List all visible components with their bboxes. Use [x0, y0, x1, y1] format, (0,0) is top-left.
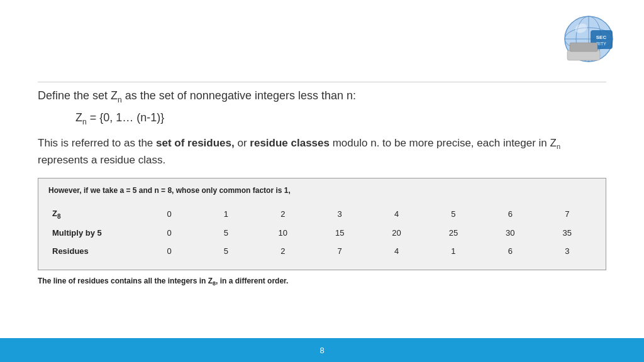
cell-mul-1: 5 — [197, 224, 254, 243]
cell-res-6: 6 — [482, 243, 538, 261]
row-residues-label: Residues — [48, 243, 141, 261]
footer-text: The line of residues contains all the in… — [38, 277, 213, 285]
cell-res-0: 0 — [141, 243, 197, 261]
svg-text:RITY: RITY — [596, 41, 606, 46]
line1-rest: as the set of nonnegative integers less … — [122, 89, 356, 102]
svg-rect-10 — [570, 43, 597, 52]
cell-res-2: 2 — [255, 243, 311, 261]
cell-z8-3: 3 — [311, 205, 368, 224]
residue-table: Z8 0 1 2 3 4 5 6 7 Multiply by 5 0 — [48, 205, 596, 260]
cell-res-7: 3 — [539, 243, 596, 261]
row-multiply-label: Multiply by 5 — [48, 224, 141, 243]
cell-res-4: 4 — [368, 243, 425, 261]
logo-icon: SEC RITY — [556, 6, 619, 66]
line3-bold2: residue classes — [250, 137, 330, 149]
cell-z8-2: 2 — [255, 205, 311, 224]
table-row-residues: Residues 0 5 2 7 4 1 6 3 — [48, 243, 596, 261]
cell-mul-3: 15 — [311, 224, 368, 243]
cell-mul-2: 10 — [255, 224, 311, 243]
line2-rest: = {0, 1… (n-1)} — [87, 111, 165, 124]
bottom-bar: 8 — [0, 338, 644, 362]
line3-start: This is referred to as the — [38, 137, 156, 149]
cell-z8-0: 0 — [141, 205, 197, 224]
example-box: However, if we take a = 5 and n = 8, who… — [38, 178, 606, 270]
table-row-multiply: Multiply by 5 0 5 10 15 20 25 30 35 — [48, 224, 596, 243]
cell-res-1: 5 — [197, 243, 254, 261]
row-z8-label: Z8 — [48, 205, 141, 224]
line1-text: Define the set Z — [38, 89, 118, 102]
table-row-z8: Z8 0 1 2 3 4 5 6 7 — [48, 205, 596, 224]
cell-res-3: 7 — [311, 243, 368, 261]
line3-end: represents a residue class. — [38, 154, 165, 166]
cell-res-5: 1 — [425, 243, 482, 261]
cell-z8-7: 7 — [539, 205, 596, 224]
line2-z: Z — [75, 111, 82, 124]
definition-line3: This is referred to as the set of residu… — [38, 135, 606, 168]
cell-z8-6: 6 — [482, 205, 538, 224]
footer-end: , in a different order. — [216, 277, 288, 285]
cell-z8-1: 1 — [197, 205, 254, 224]
slide: SEC RITY Define the set Zn as the set of… — [0, 0, 644, 362]
line3-bold1: set of residues, — [156, 137, 235, 149]
line3-end-start: modulo n. to be more precise, each integ… — [330, 137, 557, 149]
svg-text:SEC: SEC — [596, 35, 607, 40]
line1-sub: n — [118, 96, 122, 104]
line3-mid: or — [235, 137, 250, 149]
cell-mul-7: 35 — [539, 224, 596, 243]
cell-z8-5: 5 — [425, 205, 482, 224]
line2-sub: n — [82, 118, 87, 126]
cell-mul-0: 0 — [141, 224, 197, 243]
footer-note: The line of residues contains all the in… — [38, 277, 606, 287]
cell-z8-4: 4 — [368, 205, 425, 224]
box-header: However, if we take a = 5 and n = 8, who… — [48, 186, 596, 195]
line3-sub: n — [557, 143, 560, 150]
cell-mul-4: 20 — [368, 224, 425, 243]
definition-line2: Zn = {0, 1… (n-1)} — [75, 111, 606, 126]
cell-mul-6: 30 — [482, 224, 538, 243]
main-content: Define the set Zn as the set of nonnegat… — [38, 88, 606, 287]
page-number: 8 — [319, 346, 324, 355]
definition-line1: Define the set Zn as the set of nonnegat… — [38, 88, 606, 105]
top-divider — [38, 82, 606, 82]
cell-mul-5: 25 — [425, 224, 482, 243]
svg-rect-9 — [567, 50, 600, 60]
logo-area: SEC RITY — [556, 6, 625, 75]
